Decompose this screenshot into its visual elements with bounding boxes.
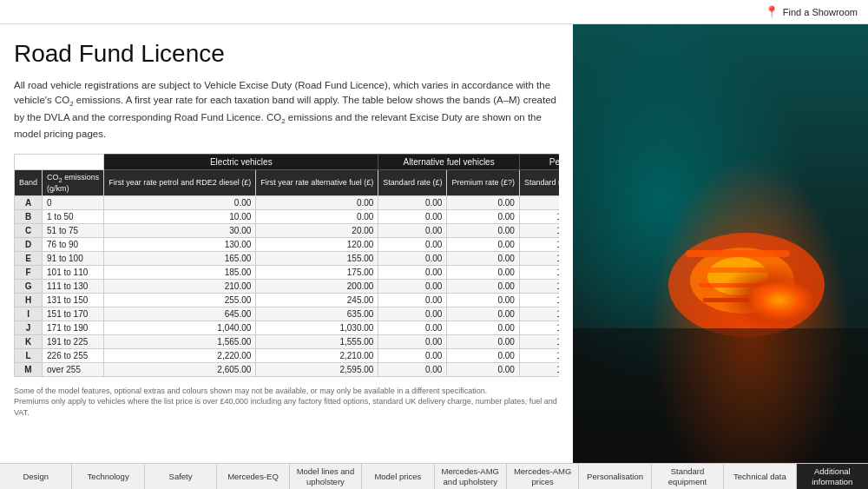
table-cell-I-5: 0.00	[447, 307, 520, 320]
intro-text: All road vehicle registrations are subje…	[14, 78, 559, 142]
table-cell-B-1: 1 to 50	[43, 209, 104, 223]
table-cell-D-5: 0.00	[447, 237, 520, 251]
table-cell-H-4: 0.00	[378, 293, 447, 307]
nav-item-4[interactable]: Model lines and upholstery	[290, 464, 362, 489]
table-row: J171 to 1901,040.001,030.000.000.00170.0…	[15, 320, 560, 334]
table-cell-F-0: F	[15, 265, 43, 279]
table-cell-F-4: 0.00	[378, 265, 447, 279]
ev-std-header: Standard rate (£)	[378, 170, 447, 196]
find-showroom-button[interactable]: 📍 Find a Showroom	[765, 5, 858, 18]
table-cell-D-2: 130.00	[104, 237, 256, 251]
table-cell-B-3: 0.00	[256, 209, 378, 223]
nav-item-11[interactable]: Additional information	[797, 464, 868, 489]
table-cell-G-4: 0.00	[378, 279, 447, 293]
table-cell-G-6: 170.00	[519, 279, 559, 293]
table-cell-E-5: 0.00	[447, 251, 520, 265]
table-cell-I-4: 0.00	[378, 307, 447, 320]
table-cell-D-3: 120.00	[256, 237, 378, 251]
table-cell-H-2: 255.00	[104, 293, 256, 307]
table-row: A00.000.000.000.000.000.000.000.00	[15, 195, 560, 209]
table-cell-C-6: 170.00	[519, 223, 559, 237]
table-cell-H-3: 245.00	[256, 293, 378, 307]
footnote-1: Some of the model features, optional ext…	[14, 386, 559, 397]
table-row: H131 to 150255.00245.000.000.00170.00560…	[15, 293, 560, 307]
nav-item-9[interactable]: Standard equipment	[652, 464, 724, 489]
fy-petrol-header: First year rate petrol and RDE2 diesel (…	[104, 170, 256, 196]
table-row: C51 to 7530.0020.000.000.00170.00560.001…	[15, 223, 560, 237]
table-cell-F-1: 101 to 110	[43, 265, 104, 279]
table-cell-E-6: 170.00	[519, 251, 559, 265]
table-cell-L-2: 2,220.00	[104, 348, 256, 362]
car-image	[573, 24, 868, 463]
nav-item-3[interactable]: Mercedes-EQ	[217, 464, 289, 489]
alt-fuel-header: Alternative fuel vehicles	[378, 155, 520, 170]
table-cell-M-5: 0.00	[447, 362, 520, 376]
table-row: L226 to 2552,220.002,210.000.000.00170.0…	[15, 348, 560, 362]
table-cell-C-4: 0.00	[378, 223, 447, 237]
table-cell-D-6: 170.00	[519, 237, 559, 251]
table-row: E91 to 100165.00155.000.000.00170.00560.…	[15, 251, 560, 265]
table-body: A00.000.000.000.000.000.000.000.00B1 to …	[15, 195, 560, 376]
nav-item-0[interactable]: Design	[0, 464, 72, 489]
table-cell-H-1: 131 to 150	[43, 293, 104, 307]
table-cell-E-2: 165.00	[104, 251, 256, 265]
table-row: D76 to 90130.00120.000.000.00170.00560.0…	[15, 237, 560, 251]
table-cell-C-2: 30.00	[104, 223, 256, 237]
table-cell-A-3: 0.00	[256, 195, 378, 209]
table-cell-B-6: 170.00	[519, 209, 559, 223]
table-cell-M-0: M	[15, 362, 43, 376]
table-cell-B-2: 10.00	[104, 209, 256, 223]
table-cell-K-6: 170.00	[519, 334, 559, 348]
table-cell-J-1: 171 to 190	[43, 320, 104, 334]
table-cell-A-6: 0.00	[519, 195, 559, 209]
table-cell-M-3: 2,595.00	[256, 362, 378, 376]
svg-rect-4	[686, 250, 790, 257]
table-cell-A-2: 0.00	[104, 195, 256, 209]
nav-item-5[interactable]: Model prices	[362, 464, 434, 489]
table-cell-J-0: J	[15, 320, 43, 334]
electric-vehicles-header: Electric vehicles	[104, 155, 378, 170]
nav-item-10[interactable]: Technical data	[724, 464, 796, 489]
table-cell-L-0: L	[15, 348, 43, 362]
tail-light-inner-effect	[746, 279, 815, 322]
table-cell-B-0: B	[15, 209, 43, 223]
table-cell-I-6: 170.00	[519, 307, 559, 320]
top-bar: 📍 Find a Showroom	[0, 0, 868, 24]
nav-item-7[interactable]: Mercedes-AMG prices	[507, 464, 579, 489]
table-cell-A-5: 0.00	[447, 195, 520, 209]
nav-item-1[interactable]: Technology	[72, 464, 144, 489]
table-cell-C-1: 51 to 75	[43, 223, 104, 237]
table-cell-H-5: 0.00	[447, 293, 520, 307]
bottom-nav: DesignTechnologySafetyMercedes-EQModel l…	[0, 463, 868, 489]
table-empty-header	[15, 155, 104, 170]
footnotes: Some of the model features, optional ext…	[14, 386, 559, 419]
table-cell-I-1: 151 to 170	[43, 307, 104, 320]
nav-item-2[interactable]: Safety	[145, 464, 217, 489]
location-icon: 📍	[765, 5, 779, 18]
table-cell-L-5: 0.00	[447, 348, 520, 362]
table-cell-A-1: 0	[43, 195, 104, 209]
table-cell-K-0: K	[15, 334, 43, 348]
nav-item-8[interactable]: Personalisation	[579, 464, 651, 489]
table-cell-G-5: 0.00	[447, 279, 520, 293]
table-cell-J-3: 1,030.00	[256, 320, 378, 334]
table-cell-J-5: 0.00	[447, 320, 520, 334]
table-cell-K-1: 191 to 225	[43, 334, 104, 348]
table-cell-E-4: 0.00	[378, 251, 447, 265]
table-cell-M-2: 2,605.00	[104, 362, 256, 376]
table-row: K191 to 2251,565.001,555.000.000.00170.0…	[15, 334, 560, 348]
afv-std-header: Standard rate (£)	[519, 170, 559, 196]
nav-item-6[interactable]: Mercedes-AMG and upholstery	[435, 464, 507, 489]
co2-col-header: CO2 emissions(g/km)	[43, 170, 104, 196]
table-cell-G-1: 111 to 130	[43, 279, 104, 293]
table-cell-L-3: 2,210.00	[256, 348, 378, 362]
svg-rect-8	[573, 328, 868, 463]
table-cell-C-3: 20.00	[256, 223, 378, 237]
table-cell-L-4: 0.00	[378, 348, 447, 362]
table-cell-H-0: H	[15, 293, 43, 307]
table-cell-M-6: 170.00	[519, 362, 559, 376]
rfl-table: Electric vehicles Alternative fuel vehic…	[14, 154, 559, 377]
band-col-header: Band	[15, 170, 43, 196]
car-illustration	[573, 24, 868, 463]
table-cell-D-0: D	[15, 237, 43, 251]
